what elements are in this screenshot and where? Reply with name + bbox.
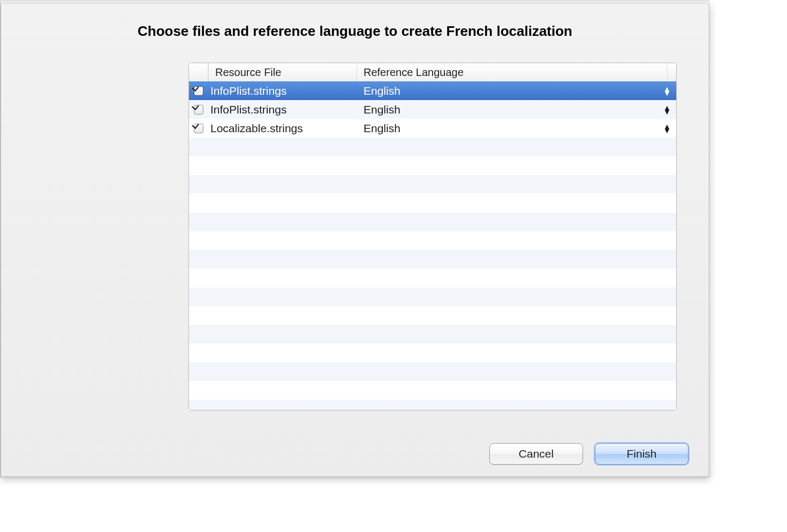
checkbox[interactable] bbox=[194, 124, 203, 133]
table-row-empty bbox=[189, 156, 676, 175]
table-header: Resource File Reference Language bbox=[189, 63, 676, 82]
popup-arrows-icon: ▲▼ bbox=[663, 87, 671, 95]
table-body: InfoPlist.stringsEnglish▲▼InfoPlist.stri… bbox=[189, 81, 676, 410]
table-row-empty bbox=[189, 325, 676, 344]
table-row-empty bbox=[189, 212, 676, 231]
checkbox[interactable] bbox=[194, 105, 203, 115]
table-row-empty bbox=[189, 269, 676, 287]
language-popup-arrows[interactable]: ▲▼ bbox=[658, 87, 676, 95]
table-row-empty bbox=[189, 138, 676, 156]
resource-file-cell: Localizable.strings bbox=[208, 122, 357, 135]
cancel-button[interactable]: Cancel bbox=[489, 443, 583, 465]
column-header-checkbox[interactable] bbox=[189, 63, 208, 81]
checkbox[interactable] bbox=[194, 86, 203, 96]
file-table: Resource File Reference Language InfoPli… bbox=[188, 63, 677, 411]
reference-language-cell[interactable]: English bbox=[357, 85, 658, 97]
column-header-language[interactable]: Reference Language bbox=[357, 63, 668, 81]
row-checkbox-cell[interactable] bbox=[189, 124, 208, 133]
sheet-title: Choose files and reference language to c… bbox=[1, 23, 709, 40]
reference-language-cell[interactable]: English bbox=[357, 103, 658, 116]
language-popup-arrows[interactable]: ▲▼ bbox=[658, 124, 676, 133]
table-row-empty bbox=[189, 250, 676, 269]
resource-file-cell: InfoPlist.strings bbox=[208, 85, 357, 97]
row-checkbox-cell[interactable] bbox=[189, 86, 208, 96]
language-popup-arrows[interactable]: ▲▼ bbox=[658, 105, 676, 114]
table-row-empty bbox=[189, 344, 676, 362]
table-row-empty bbox=[189, 231, 676, 250]
row-checkbox-cell[interactable] bbox=[189, 105, 208, 115]
table-row-empty bbox=[189, 362, 676, 381]
column-header-resource[interactable]: Resource File bbox=[208, 63, 357, 81]
table-row-empty bbox=[189, 287, 676, 306]
popup-arrows-icon: ▲▼ bbox=[663, 124, 671, 133]
table-row-empty bbox=[189, 400, 676, 410]
table-row-empty bbox=[189, 194, 676, 212]
localization-sheet: Choose files and reference language to c… bbox=[1, 4, 709, 477]
resource-file-cell: InfoPlist.strings bbox=[208, 103, 357, 116]
table-row[interactable]: Localizable.stringsEnglish▲▼ bbox=[189, 119, 676, 138]
table-row[interactable]: InfoPlist.stringsEnglish▲▼ bbox=[189, 81, 676, 100]
column-header-end bbox=[668, 63, 676, 81]
finish-button[interactable]: Finish bbox=[595, 443, 688, 465]
reference-language-cell[interactable]: English bbox=[357, 122, 658, 135]
popup-arrows-icon: ▲▼ bbox=[663, 105, 671, 114]
table-row-empty bbox=[189, 306, 676, 325]
background-window: Deployment Target iOS Deployment Target … bbox=[0, 0, 709, 478]
table-row-empty bbox=[189, 175, 676, 194]
button-bar: Cancel Finish bbox=[489, 443, 688, 465]
table-row-empty bbox=[189, 381, 676, 400]
table-row[interactable]: InfoPlist.stringsEnglish▲▼ bbox=[189, 100, 676, 119]
